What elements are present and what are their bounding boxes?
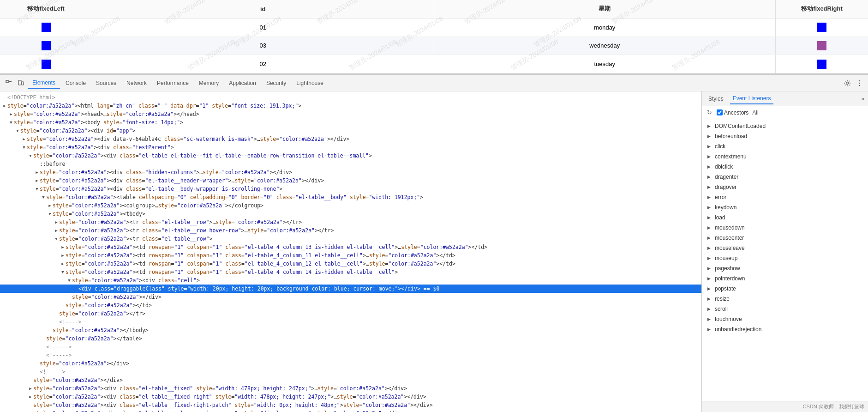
devtools-tab-security[interactable]: Security — [262, 78, 291, 88]
event-item-mouseup[interactable]: mouseup — [702, 253, 868, 263]
ancestors-checkbox[interactable] — [717, 109, 723, 115]
event-item-mouseenter[interactable]: mouseenter — [702, 233, 868, 243]
more-options-icon[interactable] — [854, 78, 864, 88]
svg-point-6 — [859, 82, 860, 83]
event-label: pageshow — [715, 265, 740, 272]
devtools-tab-elements[interactable]: Elements — [28, 78, 60, 89]
expand-icon[interactable]: » — [861, 96, 864, 102]
event-item-dragenter[interactable]: dragenter — [702, 172, 868, 182]
event-item-DOMContentLoaded[interactable]: DOMContentLoaded — [702, 121, 868, 131]
dom-line[interactable]: style="color:#a52a2a"></td> — [0, 301, 701, 309]
dom-line[interactable]: <!DOCTYPE html> — [0, 93, 701, 102]
dom-line[interactable]: style="color:#a52a2a"><td rowspan="1" co… — [0, 260, 701, 268]
dom-line[interactable]: style="color:#a52a2a"><td rowspan="1" co… — [0, 243, 701, 251]
event-item-contextmenu[interactable]: contextmenu — [702, 151, 868, 162]
devtools-tab-lighthouse[interactable]: Lighthouse — [292, 78, 328, 88]
tab-styles[interactable]: Styles — [706, 94, 726, 104]
dom-line[interactable]: style="color:#a52a2a"><div id="app"> — [0, 127, 701, 135]
dom-line[interactable]: style="color:#a52a2a"></div> — [0, 359, 701, 368]
event-label: mousedown — [715, 224, 745, 231]
event-item-pageshow[interactable]: pageshow — [702, 263, 868, 273]
cell-id-2: 03 — [92, 37, 434, 55]
all-label[interactable]: All — [752, 109, 758, 116]
dom-line[interactable]: style="color:#a52a2a"><div class="el-tab… — [0, 151, 701, 160]
event-item-dblclick[interactable]: dblclick — [702, 162, 868, 172]
dom-line[interactable]: style="color:#a52a2a"><div class="el-tab… — [0, 384, 701, 393]
settings-icon[interactable] — [842, 78, 852, 88]
inspect-element-button[interactable] — [4, 78, 14, 88]
dom-line[interactable]: style="color:#a52a2a"><td rowspan="1" co… — [0, 268, 701, 276]
event-item-dragover[interactable]: dragover — [702, 182, 868, 192]
event-item-keydown[interactable]: keydown — [702, 202, 868, 212]
dom-line[interactable]: style="color:#a52a2a"></tr> — [0, 309, 701, 318]
event-item-click[interactable]: click — [702, 141, 868, 151]
dom-line[interactable]: ::before — [0, 160, 701, 168]
event-item-popstate[interactable]: popstate — [702, 284, 868, 294]
event-item-beforeunload[interactable]: beforeunload — [702, 131, 868, 141]
event-item-touchmove[interactable]: touchmove — [702, 314, 868, 324]
dom-line[interactable]: <div class="draggableClass" style="width… — [0, 285, 701, 293]
dom-line[interactable]: <!-----> — [0, 351, 701, 359]
draggable-square-2[interactable] — [42, 41, 51, 50]
device-toggle-button[interactable] — [16, 78, 26, 88]
event-item-unhandledrejection[interactable]: unhandledrejection — [702, 324, 868, 334]
event-label: mouseup — [715, 255, 737, 261]
event-item-pointerdown[interactable]: pointerdown — [702, 273, 868, 284]
draggable-square-right-1[interactable] — [817, 23, 826, 32]
dom-line[interactable]: style="color:#a52a2a"><table cellspacing… — [0, 193, 701, 201]
dom-line[interactable]: style="color:#a52a2a"></tbody> — [0, 326, 701, 334]
cell-fixed-right-1 — [776, 18, 868, 36]
dom-line[interactable]: style="color:#a52a2a"></div> — [0, 293, 701, 301]
dom-line[interactable]: style="color:#a52a2a"><div class="cell"> — [0, 276, 701, 285]
dom-line[interactable]: style="color:#a52a2a"><body style="font-… — [0, 118, 701, 127]
cell-fixed-right-3 — [776, 55, 868, 73]
event-label: scroll — [715, 306, 728, 312]
cell-fixed-left-1 — [0, 18, 92, 36]
dom-line[interactable]: style="color:#a52a2a"><td rowspan="1" co… — [0, 251, 701, 260]
dom-line[interactable]: <!----> — [0, 318, 701, 326]
devtools-tab-application[interactable]: Application — [224, 78, 261, 88]
dom-line[interactable]: style="color:#a52a2a"><div class="hidden… — [0, 168, 701, 176]
devtools-tab-network[interactable]: Network — [122, 78, 151, 88]
dom-line[interactable]: <!-----> — [0, 343, 701, 351]
draggable-square-right-3[interactable] — [817, 60, 826, 69]
devtools-tab-performance[interactable]: Performance — [152, 78, 193, 88]
ancestors-label: Ancestors — [724, 109, 748, 116]
event-item-error[interactable]: error — [702, 192, 868, 202]
devtools-tab-console[interactable]: Console — [61, 78, 90, 88]
draggable-square-1[interactable] — [42, 23, 51, 32]
dom-panel[interactable]: <!DOCTYPE html>style="color:#a52a2a"><ht… — [0, 91, 702, 412]
event-item-load[interactable]: load — [702, 212, 868, 223]
refresh-icon[interactable]: ↻ — [706, 109, 713, 116]
event-list[interactable]: DOMContentLoadedbeforeunloadclickcontext… — [702, 119, 868, 401]
tab-event-listeners[interactable]: Event Listeners — [730, 93, 774, 104]
devtools-tab-sources[interactable]: Sources — [91, 78, 121, 88]
dom-line[interactable]: style="color:#a52a2a"><html lang="zh-cn"… — [0, 102, 701, 110]
draggable-square-3[interactable] — [42, 60, 51, 69]
dom-line[interactable]: style="color:#a52a2a"><head>…style="colo… — [0, 110, 701, 118]
dom-line[interactable]: style="color:#a52a2a"><div class="testPa… — [0, 143, 701, 151]
dom-line[interactable]: style="color:#a52a2a"><tr class="el-tabl… — [0, 235, 701, 243]
dom-line[interactable]: style="color:#a52a2a"></table> — [0, 334, 701, 343]
dom-line[interactable]: style="color:#a52a2a"><div class="el-tab… — [0, 393, 701, 401]
dom-line[interactable]: style="color:#a52a2a"><div class="el-tab… — [0, 185, 701, 193]
dom-line[interactable]: style="color:#a52a2a"><tr class="el-tabl… — [0, 218, 701, 226]
dom-line[interactable]: style="color:#a52a2a"></div> — [0, 376, 701, 384]
event-item-mouseleave[interactable]: mouseleave — [702, 243, 868, 253]
draggable-square-right-2[interactable] — [817, 41, 826, 50]
dom-line[interactable]: style="color:#a52a2a"><div class="el-tab… — [0, 401, 701, 409]
dom-line[interactable]: style="color:#a52a2a"><tr class="el-tabl… — [0, 226, 701, 235]
event-item-mousedown[interactable]: mousedown — [702, 223, 868, 233]
dom-line[interactable]: <!-----> — [0, 368, 701, 376]
right-panel-tabs: Styles Event Listeners » — [702, 91, 868, 106]
dom-line[interactable]: style="color:#a52a2a"><div data-v-64abla… — [0, 135, 701, 143]
ancestors-checkbox-label[interactable]: Ancestors — [717, 109, 748, 116]
event-item-scroll[interactable]: scroll — [702, 304, 868, 314]
dom-line[interactable]: style="color:#a52a2a"><div class="el-tab… — [0, 176, 701, 185]
dom-line[interactable]: style="color:#a52a2a"><tbody> — [0, 210, 701, 218]
event-item-resize[interactable]: resize — [702, 294, 868, 304]
devtools-tab-memory[interactable]: Memory — [194, 78, 223, 88]
svg-point-5 — [859, 80, 860, 81]
dom-line[interactable]: style="color:#a52a2a"><div class="el-tab… — [0, 409, 701, 412]
dom-line[interactable]: style="color:#a52a2a"><colgroup>…style="… — [0, 201, 701, 210]
